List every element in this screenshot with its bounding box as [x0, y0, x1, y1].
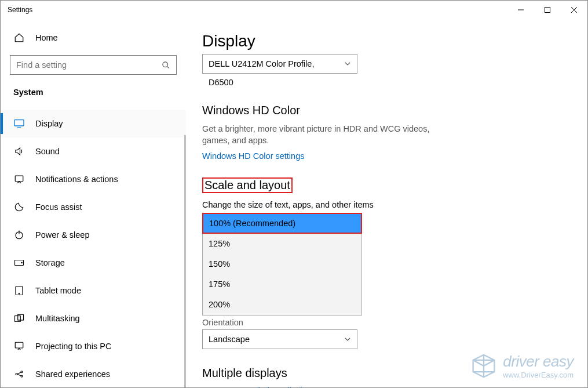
content-area: Display DELL U2412M Color Profile, D6500…: [186, 19, 587, 387]
sidebar-item-storage[interactable]: Storage: [1, 249, 186, 277]
svg-point-18: [16, 374, 17, 375]
nav-list: Display Sound Notifications & actions Fo…: [1, 110, 186, 388]
category-header: System: [1, 75, 186, 99]
orientation-label: Orientation: [202, 318, 587, 327]
svg-line-5: [167, 66, 169, 68]
shared-icon: [13, 369, 25, 379]
sidebar-item-label: Storage: [35, 258, 65, 267]
sidebar-item-label: Projecting to this PC: [35, 342, 111, 351]
search-icon: [162, 61, 170, 70]
sidebar-item-label: Display: [35, 119, 63, 128]
scale-option[interactable]: 175%: [203, 274, 361, 295]
sidebar-item-label: Power & sleep: [35, 230, 90, 240]
storage-icon: [13, 259, 25, 267]
watermark-line1: driver easy: [503, 353, 574, 371]
svg-point-20: [21, 375, 23, 377]
scale-dropdown[interactable]: 100% (Recommended) 125% 150% 175% 200%: [202, 213, 362, 316]
sidebar-item-label: Multitasking: [35, 314, 80, 323]
connect-wireless-link[interactable]: Connect to a wireless display: [202, 386, 311, 387]
svg-point-14: [19, 293, 20, 295]
sidebar-item-shared[interactable]: Shared experiences: [1, 360, 186, 388]
search-input[interactable]: [16, 60, 162, 70]
orientation-selected: Landscape: [209, 335, 250, 344]
home-button[interactable]: Home: [1, 25, 186, 50]
sidebar-item-projecting[interactable]: Projecting to this PC: [1, 332, 186, 360]
svg-rect-6: [14, 120, 24, 126]
window-controls: [507, 1, 587, 19]
svg-rect-17: [15, 342, 23, 348]
focus-icon: [13, 202, 25, 212]
hdcolor-link[interactable]: Windows HD Color settings: [202, 151, 304, 161]
close-button[interactable]: [561, 1, 587, 19]
sound-icon: [13, 146, 25, 157]
sidebar-item-label: Focus assist: [35, 202, 82, 212]
scale-layout-title: Scale and layout: [202, 177, 293, 193]
minimize-button[interactable]: [507, 1, 534, 19]
home-label: Home: [35, 33, 58, 42]
scale-options-list: 125% 150% 175% 200%: [202, 234, 362, 316]
hdcolor-desc: Get a brighter, more vibrant picture in …: [202, 123, 445, 147]
watermark-line2: www.DriverEasy.com: [503, 371, 574, 379]
scale-label: Change the size of text, apps, and other…: [202, 200, 587, 209]
sidebar: Home System Display Sound: [1, 19, 186, 387]
sidebar-item-label: Sound: [35, 147, 60, 156]
color-profile-selected: DELL U2412M Color Profile, D6500: [209, 59, 314, 87]
scale-option-selected[interactable]: 100% (Recommended): [202, 213, 362, 234]
svg-point-12: [21, 262, 23, 263]
maximize-button[interactable]: [534, 1, 561, 19]
sidebar-item-multitasking[interactable]: Multitasking: [1, 304, 186, 332]
watermark-icon: [470, 353, 497, 379]
chevron-down-icon: [344, 60, 351, 67]
sidebar-item-label: Notifications & actions: [35, 175, 118, 184]
display-icon: [13, 119, 25, 128]
sidebar-item-label: Shared experiences: [35, 369, 110, 379]
scale-option[interactable]: 150%: [203, 254, 361, 274]
svg-point-19: [21, 371, 23, 373]
svg-point-4: [163, 61, 168, 67]
svg-rect-1: [545, 8, 550, 13]
projecting-icon: [13, 341, 25, 351]
page-title: Display: [202, 32, 587, 50]
sidebar-item-notifications[interactable]: Notifications & actions: [1, 165, 186, 193]
tablet-icon: [13, 285, 25, 296]
power-icon: [13, 230, 25, 240]
sidebar-item-label: Tablet mode: [35, 286, 81, 295]
titlebar: Settings: [1, 1, 587, 19]
scale-option[interactable]: 200%: [203, 295, 361, 315]
window-title: Settings: [8, 6, 32, 14]
chevron-down-icon: [344, 336, 351, 343]
scale-option[interactable]: 125%: [203, 234, 361, 254]
sidebar-item-sound[interactable]: Sound: [1, 137, 186, 165]
svg-rect-8: [15, 176, 23, 182]
orientation-dropdown[interactable]: Landscape: [202, 329, 357, 349]
home-icon: [13, 32, 25, 43]
sidebar-item-display[interactable]: Display: [1, 110, 186, 137]
notifications-icon: [13, 174, 25, 184]
sidebar-item-power[interactable]: Power & sleep: [1, 221, 186, 249]
sidebar-item-focus[interactable]: Focus assist: [1, 193, 186, 221]
multitasking-icon: [13, 314, 25, 323]
color-profile-dropdown[interactable]: DELL U2412M Color Profile, D6500: [202, 54, 357, 74]
sidebar-item-tablet[interactable]: Tablet mode: [1, 277, 186, 304]
hdcolor-title: Windows HD Color: [202, 104, 587, 117]
search-input-wrap[interactable]: [10, 55, 177, 75]
watermark: driver easy www.DriverEasy.com: [470, 353, 574, 379]
